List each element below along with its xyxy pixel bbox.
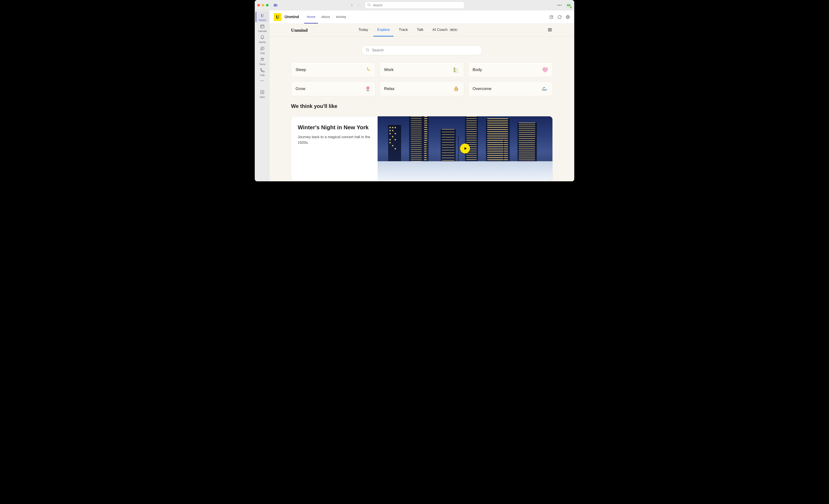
category-work[interactable]: Work	[380, 62, 464, 77]
svg-point-33	[456, 86, 457, 88]
rail-label: Calls	[260, 74, 265, 76]
svg-rect-10	[261, 27, 262, 27]
recommendation-description: Journey back to a magical concert hall i…	[298, 134, 371, 145]
bell-icon	[260, 35, 265, 41]
unmind-logo-square: U	[274, 13, 282, 21]
unmind-tabs: Today Explore Track Talk AI Coach BETA	[355, 24, 462, 36]
category-grow[interactable]: Grow	[291, 81, 375, 96]
category-label: Overcome	[473, 86, 492, 91]
app-name: Unmind	[285, 15, 299, 19]
svg-line-5	[370, 5, 370, 6]
unmind-tab-talk[interactable]: Talk	[413, 24, 427, 36]
svg-marker-31	[454, 68, 455, 69]
svg-line-29	[368, 50, 369, 51]
unmind-content: Sleep Work Body	[269, 37, 574, 181]
app-header: U Unmind Home About Activity	[269, 10, 574, 24]
svg-point-2	[276, 4, 278, 5]
beta-badge: BETA	[449, 28, 458, 32]
global-search-input[interactable]	[373, 3, 462, 7]
rail-item-apps[interactable]: Apps	[256, 88, 268, 99]
avatar-initials: AN	[567, 4, 570, 6]
user-avatar[interactable]: AN	[566, 2, 572, 8]
recommendation-text: Winter's Night in New York Journey back …	[291, 116, 377, 181]
category-overcome[interactable]: Overcome	[468, 81, 553, 96]
app-tab-activity[interactable]: Activity	[333, 10, 349, 24]
rail-item-unmind[interactable]: U Unmind	[256, 12, 268, 22]
recommend-section-title: We think you'll like	[291, 103, 553, 109]
app-window: T ••• AN	[255, 0, 574, 181]
close-window-button[interactable]	[257, 4, 260, 6]
recommendation-image	[377, 116, 552, 181]
unmind-tab-today[interactable]: Today	[355, 24, 372, 36]
back-button[interactable]	[349, 2, 355, 8]
flower-icon	[365, 85, 371, 92]
unmind-wordmark: Unmind	[291, 27, 308, 33]
unmind-tab-explore[interactable]: Explore	[373, 24, 394, 36]
rail-item-calendar[interactable]: Calendar	[256, 23, 268, 33]
app-tab-home[interactable]: Home	[304, 10, 318, 24]
svg-point-28	[366, 48, 368, 51]
wave-icon	[542, 85, 548, 92]
more-options-button[interactable]: •••	[557, 3, 562, 7]
rail-item-calls[interactable]: Calls	[256, 67, 268, 77]
unmind-logo-letter: U	[276, 14, 279, 20]
unmind-tab-track[interactable]: Track	[395, 24, 412, 36]
global-search[interactable]	[365, 2, 464, 9]
rail-item-teams[interactable]: Teams	[256, 56, 268, 66]
minimize-window-button[interactable]	[262, 4, 264, 6]
recommendation-card[interactable]: Winter's Night in New York Journey back …	[291, 116, 553, 181]
svg-point-16	[262, 80, 262, 81]
rail-label: Apps	[260, 96, 265, 98]
app-header-actions	[549, 15, 570, 19]
unmind-page: Unmind Today Explore Track Talk AI Coach…	[269, 24, 574, 181]
unmind-tab-aicoach[interactable]: AI Coach BETA	[429, 24, 462, 36]
nav-arrows	[349, 2, 361, 8]
refresh-icon[interactable]	[557, 15, 562, 19]
people-icon	[260, 57, 265, 63]
explore-search-input[interactable]	[372, 48, 478, 52]
mug-icon	[453, 85, 460, 92]
svg-text:T: T	[275, 4, 276, 6]
svg-point-4	[368, 3, 370, 5]
rail-item-chat[interactable]: Chat	[256, 45, 268, 55]
left-rail: U Unmind Calendar Activity Chat	[255, 10, 269, 181]
svg-point-15	[260, 80, 261, 81]
svg-point-14	[263, 58, 264, 59]
presence-available-icon	[570, 6, 572, 9]
svg-point-13	[261, 58, 262, 59]
titlebar-right: ••• AN	[557, 2, 572, 8]
unmind-navbar: Unmind Today Explore Track Talk AI Coach…	[269, 24, 574, 37]
unmind-tab-aicoach-label: AI Coach	[432, 28, 447, 32]
globe-icon[interactable]	[566, 15, 570, 19]
rail-label: Activity	[259, 41, 266, 43]
rail-label: Calendar	[258, 30, 267, 32]
category-sleep[interactable]: Sleep	[291, 62, 375, 77]
maximize-window-button[interactable]	[266, 4, 268, 6]
calendar-icon	[260, 24, 265, 30]
titlebar: T ••• AN	[255, 0, 574, 10]
chat-icon	[260, 46, 265, 51]
rail-label: Teams	[259, 63, 265, 65]
rail-more-button[interactable]	[260, 79, 264, 84]
rail-label: Unmind	[259, 19, 266, 22]
category-label: Body	[473, 67, 482, 72]
pencil-path-icon	[453, 67, 460, 73]
recommendation-title: Winter's Night in New York	[298, 124, 371, 131]
category-body[interactable]: Body	[468, 62, 553, 77]
teams-app-icon: T	[273, 3, 278, 7]
play-button[interactable]	[460, 144, 470, 153]
category-relax[interactable]: Relax	[380, 81, 464, 96]
popout-icon[interactable]	[549, 15, 553, 19]
svg-rect-3	[276, 5, 278, 6]
rail-item-activity[interactable]: Activity	[256, 34, 268, 44]
explore-search[interactable]	[361, 45, 482, 55]
rail-label: Chat	[260, 52, 264, 55]
app-tabs: Home About Activity	[304, 10, 349, 24]
forward-button[interactable]	[355, 2, 361, 8]
category-label: Relax	[384, 86, 395, 91]
search-icon	[365, 48, 369, 53]
app-tab-about[interactable]: About	[319, 10, 332, 24]
phone-icon	[260, 68, 265, 74]
menu-button[interactable]	[547, 27, 553, 33]
svg-point-17	[263, 80, 263, 81]
